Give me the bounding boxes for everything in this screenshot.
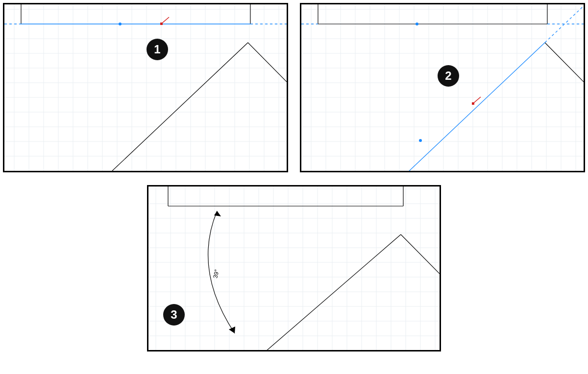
panel-step-3: 39° 3: [147, 185, 441, 351]
svg-marker-109: [229, 327, 235, 333]
grid: [4, 4, 287, 171]
svg-line-69: [545, 43, 584, 82]
svg-line-35: [162, 17, 169, 23]
canvas-step-2: [301, 4, 584, 171]
diagonal-snap-point-icon: [419, 139, 422, 142]
step-badge-2: 2: [438, 65, 459, 87]
step-number: 1: [154, 43, 160, 56]
step-badge-3: 3: [163, 304, 185, 326]
canvas-step-3: 39°: [148, 187, 440, 350]
upper-shape: [21, 4, 250, 24]
svg-line-106: [244, 234, 401, 350]
panel-step-1: 1: [3, 3, 288, 172]
svg-line-33: [248, 43, 287, 82]
upper-shape: [168, 187, 403, 206]
svg-line-32: [112, 43, 248, 171]
step-number: 3: [171, 308, 177, 322]
angle-dimension: 39°: [208, 211, 235, 333]
snap-point-icon: [416, 23, 418, 25]
snap-point-icon: [119, 23, 122, 25]
canvas-step-1: [4, 4, 287, 171]
pen-cursor-icon: [472, 97, 481, 105]
diagonal-guide: [390, 43, 545, 171]
step-number: 2: [445, 69, 451, 83]
grid: [148, 187, 440, 350]
panel-step-2: 2: [300, 3, 585, 172]
upper-shape: [318, 4, 547, 24]
grid: [301, 4, 584, 171]
lower-triangle-shape: [112, 43, 287, 171]
step-badge-1: 1: [147, 39, 168, 60]
lower-triangle-shape: [545, 43, 584, 82]
diagonal-guide-dash: [545, 4, 584, 43]
svg-line-71: [474, 97, 481, 103]
